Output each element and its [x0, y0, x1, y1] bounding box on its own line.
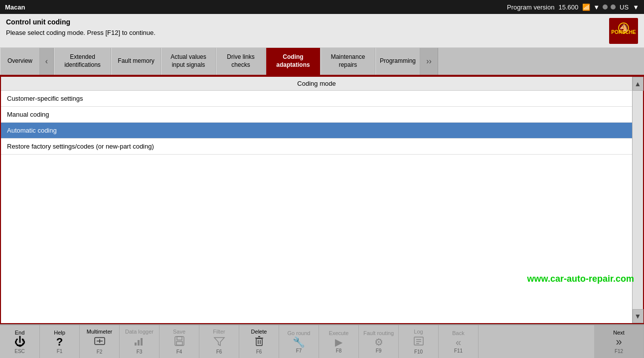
content-section-title: Coding mode [1, 77, 632, 91]
tab-actual-label: Actual valuesinput signals [170, 53, 206, 69]
tab-programming[interactable]: Programming [375, 48, 420, 75]
tab-maintenance[interactable]: Maintenancerepairs [321, 48, 375, 75]
delete-button[interactable]: Delete F6 [239, 325, 279, 358]
tab-coding-label: Codingadaptations [276, 53, 310, 69]
execute-button[interactable]: Execute ▶ F8 [319, 325, 359, 358]
region: US [620, 3, 629, 11]
main-content: Coding mode Customer-specific settings M… [0, 76, 644, 324]
next-button[interactable]: Next » F12 [594, 325, 644, 358]
tab-extended-identifications[interactable]: Extendedidentifications [54, 48, 111, 75]
list-item-manual-coding[interactable]: Manual coding [1, 107, 632, 123]
page-title: Control unit coding [6, 18, 156, 26]
svg-rect-11 [177, 337, 182, 340]
tab-extended-label: Extendedidentifications [64, 53, 101, 69]
porsche-logo: PORSCHE 🐴 [609, 18, 638, 44]
status-icons: 📶 ▼ [582, 3, 616, 11]
list-item-automatic-coding[interactable]: Automatic coding [1, 123, 632, 139]
go-round-button[interactable]: Go round 🔧 F7 [279, 325, 319, 358]
multimeter-button[interactable]: Multimeter F2 [80, 325, 120, 358]
save-button[interactable]: Save F4 [160, 325, 199, 358]
end-button[interactable]: End ⏻ ESC [0, 325, 40, 358]
signal-icon: ▼ [593, 3, 600, 11]
data-logger-button[interactable]: Data logger F3 [120, 325, 160, 358]
app-name: Macan [5, 3, 25, 11]
tab-coding-adaptations[interactable]: Codingadaptations [266, 48, 321, 75]
list-item-customer-specific[interactable]: Customer-specific settings [1, 91, 632, 107]
filter-button[interactable]: Filter F6 [199, 325, 239, 358]
svg-rect-7 [135, 343, 137, 346]
program-version-label: Program version [507, 3, 554, 11]
page-subtitle: Please select coding mode. Press [F12] t… [6, 29, 156, 36]
content-area: Coding mode Customer-specific settings M… [1, 77, 632, 323]
tab-actual-values[interactable]: Actual valuesinput signals [161, 48, 216, 75]
version-number: 15.600 [558, 3, 578, 11]
help-button[interactable]: Help ? F1 [40, 325, 80, 358]
list-item-restore-factory[interactable]: Restore factory settings/codes (or new-p… [1, 139, 632, 155]
status-dot2 [611, 4, 616, 9]
svg-text:🐴: 🐴 [620, 23, 629, 32]
tab-programming-label: Programming [380, 57, 416, 65]
svg-rect-8 [138, 340, 140, 346]
log-button[interactable]: Log F10 [399, 325, 439, 358]
scroll-down-btn[interactable]: ▼ [633, 309, 644, 323]
tab-nav-back[interactable]: ‹ [40, 48, 54, 75]
tab-fault-memory[interactable]: Fault memory [111, 48, 161, 75]
bottom-toolbar: End ⏻ ESC Help ? F1 Multimeter F2 Data l… [0, 324, 644, 358]
status-dot1 [603, 4, 608, 9]
content-empty-area [1, 155, 632, 323]
watermark: www.car-auto-repair.com [527, 274, 634, 284]
svg-rect-12 [176, 342, 182, 345]
fault-routing-button[interactable]: Fault routing ⚙ F9 [359, 325, 399, 358]
tabs-container: Overview ‹ Extendedidentifications Fault… [0, 48, 644, 76]
tab-drive-label: Drive linkschecks [227, 53, 254, 69]
scrollbar: ▲ ▼ [632, 77, 643, 323]
top-bar: Macan Program version 15.600 📶 ▼ US ▼ [0, 0, 644, 14]
svg-rect-9 [141, 338, 143, 346]
tab-drive-links[interactable]: Drive linkschecks [216, 48, 266, 75]
tab-overview[interactable]: Overview [0, 48, 40, 75]
svg-marker-13 [214, 338, 224, 346]
region-arrow: ▼ [633, 3, 639, 11]
scroll-up-btn[interactable]: ▲ [633, 77, 644, 91]
header-area: Control unit coding Please select coding… [0, 14, 644, 48]
top-bar-right: Program version 15.600 📶 ▼ US ▼ [507, 3, 639, 11]
back-button[interactable]: Back « F11 [439, 325, 479, 358]
tab-maintenance-label: Maintenancerepairs [331, 53, 365, 69]
tab-fault-label: Fault memory [118, 57, 154, 65]
svg-rect-14 [256, 339, 262, 346]
header-text: Control unit coding Please select coding… [6, 18, 156, 36]
wifi-icon: 📶 [582, 3, 590, 11]
tab-nav-forward[interactable]: ›› [420, 48, 438, 75]
scroll-track [633, 91, 643, 309]
tab-overview-label: Overview [7, 57, 32, 65]
